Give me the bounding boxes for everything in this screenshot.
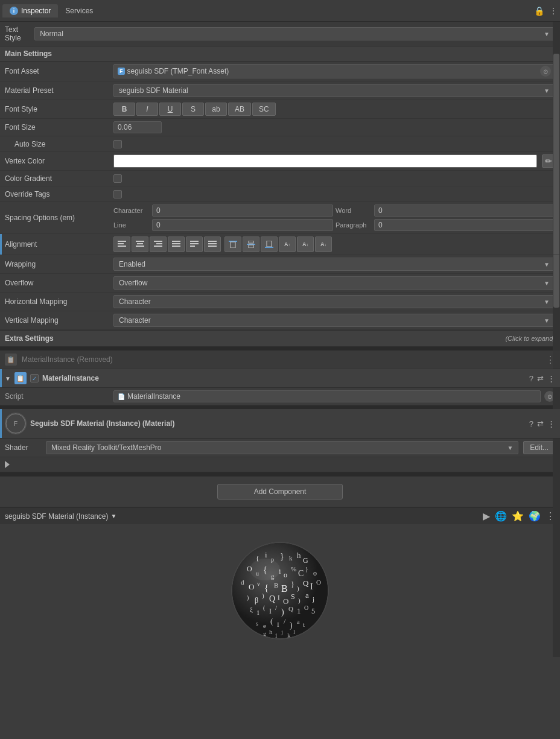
svg-text:B: B	[274, 582, 278, 589]
tab-services[interactable]: Services	[58, 4, 100, 17]
star-btn[interactable]: ⭐	[512, 510, 524, 522]
extra-settings-bar[interactable]: Extra Settings (Click to expand)	[0, 330, 560, 347]
auto-size-checkbox[interactable]	[113, 140, 122, 148]
font-style-underline[interactable]: U	[159, 103, 181, 116]
svg-text:v: v	[257, 580, 260, 587]
valign-bottom-btn[interactable]	[261, 236, 278, 252]
text-style-value: Normal	[40, 30, 63, 38]
vertical-mapping-label: Vertical Mapping	[5, 316, 113, 325]
svg-point-93	[250, 559, 280, 580]
removed-component-menu[interactable]: ⋮	[546, 354, 555, 366]
vertex-color-swatch[interactable]	[113, 154, 537, 168]
baseline-btn1[interactable]: A↑	[279, 236, 296, 252]
tab-inspector[interactable]: i Inspector	[2, 4, 58, 17]
font-asset-target-btn[interactable]: ⊙	[540, 66, 551, 77]
svg-text:}: }	[305, 566, 308, 572]
font-style-bold[interactable]: B	[113, 103, 135, 116]
earth-btn[interactable]: 🌍	[529, 510, 541, 522]
align-justify-btn[interactable]	[168, 236, 185, 252]
shader-dropdown[interactable]: Mixed Reality Toolkit/TextMeshPro ▼	[46, 441, 518, 454]
script-file-icon: 📄	[118, 393, 125, 400]
overflow-dropdown[interactable]: Overflow ▼	[113, 276, 555, 290]
alignment-buttons: A↑ A↕ A↓	[113, 236, 555, 252]
material-instance-comp-icon: 📋	[14, 372, 27, 384]
svg-rect-19	[231, 242, 235, 248]
material-instance-checkbox[interactable]: ✓	[30, 374, 39, 382]
vertex-color-row: Vertex Color ✏	[0, 152, 560, 171]
material-settings-icon[interactable]: ⇄	[537, 419, 544, 428]
paragraph-spacing-label: Paragraph	[336, 221, 372, 229]
wrapping-caret: ▼	[544, 261, 550, 268]
svg-rect-0	[118, 241, 126, 242]
collapse-arrow[interactable]: ▼	[5, 375, 11, 382]
svg-text:S: S	[291, 592, 295, 601]
svg-text:s: s	[256, 620, 258, 627]
auto-size-label: Auto Size	[5, 140, 113, 148]
shader-edit-btn[interactable]: Edit...	[523, 441, 555, 454]
svg-rect-1	[118, 243, 124, 244]
align-right-btn[interactable]	[150, 236, 167, 252]
paragraph-spacing-input[interactable]	[374, 219, 555, 231]
svg-text:): )	[298, 597, 301, 604]
material-instance-settings-icon[interactable]: ⇄	[537, 374, 544, 383]
wrapping-dropdown[interactable]: Enabled ▼	[113, 258, 555, 271]
play-btn[interactable]: ▶	[483, 510, 490, 522]
spacing-options-value: Character Word Line Paragraph	[113, 205, 555, 231]
svg-text:Q: Q	[288, 605, 293, 612]
font-style-italic[interactable]: I	[136, 103, 158, 116]
override-tags-checkbox[interactable]	[113, 190, 122, 198]
override-tags-label: Override Tags	[5, 190, 113, 198]
overflow-caret: ▼	[544, 280, 550, 287]
word-spacing-input[interactable]	[374, 205, 555, 217]
align-flush-btn[interactable]	[186, 236, 203, 252]
material-preset-dropdown[interactable]: seguisb SDF Material ▼	[113, 84, 555, 97]
lock-icon[interactable]: 🔒	[534, 6, 544, 16]
spacing-grid: Character Word Line Paragraph	[113, 205, 555, 231]
align-center-btn[interactable]	[132, 236, 148, 252]
scrollbar[interactable]	[553, 22, 560, 657]
material-menu-icon[interactable]: ⋮	[547, 419, 555, 428]
svg-text:O: O	[316, 579, 321, 586]
svg-text:h: h	[269, 628, 273, 635]
alignment-label: Alignment	[5, 240, 113, 249]
align-left-btn[interactable]	[113, 236, 130, 252]
material-instance-help-icon[interactable]: ?	[529, 374, 533, 383]
script-ref: 📄 MaterialInstance	[113, 390, 541, 402]
svg-text:5: 5	[311, 607, 315, 615]
globe-btn[interactable]: 🌐	[495, 510, 507, 522]
wrapping-value: Enabled	[119, 260, 145, 268]
baseline-btn2[interactable]: A↕	[297, 236, 314, 252]
font-style-strikethrough[interactable]: S	[182, 103, 204, 116]
font-style-uppercase[interactable]: AB	[228, 103, 251, 116]
font-style-row: Font Style B I U S ab AB SC	[0, 100, 560, 119]
material-help-icon[interactable]: ?	[529, 419, 533, 428]
menu-icon[interactable]: ⋮	[549, 6, 558, 16]
horizontal-mapping-caret: ▼	[544, 299, 550, 305]
color-gradient-checkbox[interactable]	[113, 174, 122, 183]
vertical-mapping-dropdown[interactable]: Character ▼	[113, 314, 555, 327]
material-expand-triangle[interactable]	[5, 461, 10, 468]
valign-mid-btn[interactable]	[243, 236, 259, 252]
svg-text:I: I	[277, 621, 279, 628]
font-style-smallcaps[interactable]: SC	[252, 103, 276, 116]
bottom-bar-dropdown-arrow[interactable]: ▼	[110, 513, 116, 519]
svg-text:O: O	[249, 582, 254, 591]
character-spacing-input[interactable]	[152, 205, 333, 217]
font-style-buttons: B I U S ab AB SC	[113, 103, 555, 116]
baseline-btn3[interactable]: A↓	[315, 236, 332, 252]
line-spacing-input[interactable]	[152, 219, 333, 231]
overflow-label: Overflow	[5, 279, 113, 287]
svg-rect-15	[208, 241, 217, 242]
alignment-row: Alignment	[0, 234, 560, 255]
svg-rect-14	[190, 246, 195, 247]
valign-top-btn[interactable]	[224, 236, 241, 252]
material-instance-menu-icon[interactable]: ⋮	[547, 374, 555, 383]
font-style-lowercase[interactable]: ab	[205, 103, 227, 116]
font-size-input[interactable]	[113, 121, 162, 133]
add-component-btn[interactable]: Add Component	[217, 484, 343, 500]
horizontal-mapping-dropdown[interactable]: Character ▼	[113, 295, 555, 308]
text-style-dropdown[interactable]: Normal ▼	[34, 27, 555, 40]
align-overflow-btn[interactable]	[204, 236, 221, 252]
font-sphere-visualization: { i p } k h G O u { g i o % C } o	[0, 524, 560, 657]
font-file-icon: F	[118, 68, 125, 75]
